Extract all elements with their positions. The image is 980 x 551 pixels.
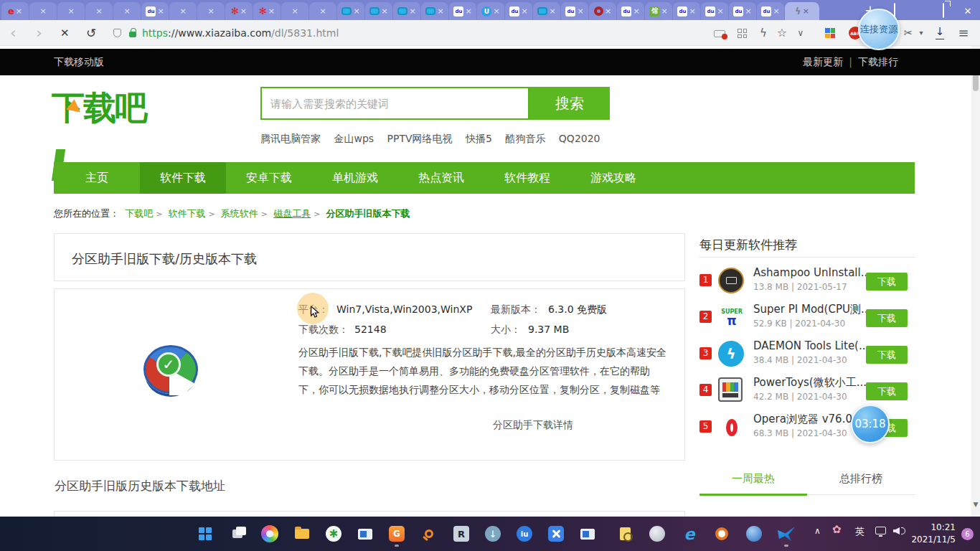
r-app-icon[interactable]: R	[451, 524, 471, 544]
tab-close-icon[interactable]: ×	[179, 7, 186, 15]
downloads-icon[interactable]: ↓	[935, 24, 945, 39]
browser-tab[interactable]: du×	[673, 2, 700, 20]
search-input[interactable]	[260, 87, 529, 120]
tab-close-icon[interactable]: ×	[353, 7, 359, 15]
scissors-icon[interactable]: ✂	[903, 20, 914, 46]
software-name[interactable]: PowerToys(微软小工...	[753, 376, 867, 390]
hot-word[interactable]: 金山wps	[334, 133, 374, 144]
tools-app-icon[interactable]	[546, 524, 566, 544]
browser-tab[interactable]: ×	[533, 2, 560, 20]
back-button[interactable]: ‹	[10, 20, 17, 46]
software-name[interactable]: Ashampoo UnInstall...	[753, 266, 871, 279]
tab-close-icon[interactable]: ×	[661, 7, 667, 15]
caret-down-icon[interactable]: ▾	[917, 20, 925, 46]
hot-word[interactable]: 腾讯电脑管家	[260, 133, 321, 144]
tab-close-icon[interactable]: ×	[745, 7, 751, 15]
close-button[interactable]: ✕	[956, 4, 980, 17]
nav-item-news[interactable]: 热点资讯	[398, 162, 484, 194]
tab-close-icon[interactable]: ×	[521, 7, 527, 15]
hot-word[interactable]: PPTV网络电视	[387, 133, 453, 144]
browser-tab[interactable]: ϟ×	[785, 2, 819, 20]
software-name[interactable]: DAEMON Tools Lite(...	[753, 339, 869, 352]
tab-close-icon[interactable]: ×	[123, 7, 130, 15]
tab-close-icon[interactable]: ×	[633, 7, 639, 15]
download-rank-link[interactable]: 下载排行	[858, 56, 898, 67]
notification-badge[interactable]: 6	[961, 528, 974, 540]
tab-close-icon[interactable]: ×	[381, 7, 387, 15]
hot-word[interactable]: 快播5	[466, 133, 492, 144]
tab-week-hot[interactable]: 一周最热	[699, 472, 807, 486]
password-key-icon[interactable]	[714, 30, 725, 37]
restore-button[interactable]	[931, 4, 956, 17]
tab-close-icon[interactable]: ×	[95, 7, 102, 15]
quick-access-lightning-icon[interactable]: ϟ	[758, 20, 769, 46]
search-app-icon[interactable]	[419, 524, 439, 544]
tab-close-icon[interactable]: ×	[605, 7, 611, 15]
tab-close-icon[interactable]: ×	[717, 7, 723, 15]
globe-app-icon[interactable]	[647, 524, 667, 544]
tab-close-icon[interactable]: ×	[319, 7, 326, 15]
network-display-icon[interactable]	[875, 527, 886, 534]
ime-indicator[interactable]: 英	[855, 525, 864, 538]
bird-app-icon[interactable]	[776, 524, 796, 544]
browser-tab[interactable]: du×	[617, 2, 644, 20]
connect-resources-bubble[interactable]: 连接资源	[858, 9, 900, 50]
browser-tab[interactable]: du×	[449, 2, 476, 20]
timer-bubble[interactable]: 03:18	[851, 405, 890, 443]
globe-blue-app-icon[interactable]	[744, 524, 764, 544]
nav-item-strategy[interactable]: 游戏攻略	[570, 162, 656, 194]
tab-close-icon[interactable]: ×	[268, 7, 275, 15]
tab-close-icon[interactable]: ×	[207, 7, 214, 15]
breadcrumb-link[interactable]: 磁盘工具	[273, 208, 311, 219]
mobile-version-link[interactable]: 下载移动版	[54, 56, 104, 69]
browser-tab[interactable]: du×	[701, 2, 728, 20]
browser-tab[interactable]: ×	[57, 2, 85, 20]
window-app-icon-2[interactable]	[578, 524, 598, 544]
nav-item-android[interactable]: 安卓下载	[226, 162, 312, 194]
browser-tab[interactable]: du×	[141, 2, 169, 20]
start-button[interactable]	[195, 524, 215, 544]
browser-tab[interactable]: ×	[169, 2, 197, 20]
browser-tab[interactable]: ×	[29, 2, 57, 20]
g-app-icon[interactable]: G	[387, 524, 407, 544]
hot-word[interactable]: QQ2020	[559, 133, 600, 144]
download-button[interactable]: 下载	[866, 309, 908, 327]
recommend-item[interactable]: 4 PowerToys(微软小工... 42.2 MB | 2021-04-30…	[699, 375, 915, 408]
qr-code-icon[interactable]	[738, 29, 747, 38]
browser-tab[interactable]: du×	[505, 2, 532, 20]
tab-close-icon[interactable]: ×	[689, 7, 695, 15]
nav-item-games[interactable]: 单机游戏	[312, 162, 398, 194]
internet-explorer-icon[interactable]: e	[679, 524, 699, 544]
browser-tab[interactable]: ×	[113, 2, 141, 20]
tab-close-icon[interactable]: ×	[67, 7, 74, 15]
browser-tab[interactable]: du×	[729, 2, 756, 20]
browser-tab[interactable]: ×	[309, 2, 336, 20]
file-explorer-icon[interactable]	[292, 524, 312, 544]
shield-icon[interactable]	[113, 29, 121, 37]
tab-close-icon[interactable]: ×	[549, 7, 555, 15]
downloader-app-icon[interactable]: ↓	[483, 524, 503, 544]
browser-tab[interactable]: U×	[477, 2, 504, 20]
tray-flower-icon[interactable]: ✿	[832, 523, 842, 536]
nav-item-tutorials[interactable]: 软件教程	[484, 162, 570, 194]
latest-updates-link[interactable]: 最新更新	[803, 56, 843, 67]
browser-tab[interactable]: e×	[1, 2, 29, 20]
iu-app-icon[interactable]: iu	[514, 524, 534, 544]
window-app-icon[interactable]	[355, 524, 375, 544]
download-button[interactable]: 下载	[866, 382, 908, 400]
tab-close-icon[interactable]: ×	[291, 7, 298, 15]
search-button[interactable]: 搜索	[529, 87, 610, 120]
volume-icon[interactable]	[893, 527, 906, 535]
recommend-item[interactable]: 2 SUPERπ Super PI Mod(CPU测... 52.9 KB | …	[699, 302, 915, 335]
browser-tab[interactable]: 馆×	[645, 2, 672, 20]
tab-close-icon[interactable]: ×	[493, 7, 499, 15]
site-logo[interactable]: 下载吧	[52, 86, 146, 131]
chevron-down-icon[interactable]: ∨	[795, 20, 806, 46]
address-url[interactable]: https://www.xiazaiba.com/dl/5831.html	[142, 20, 339, 46]
browser-tab[interactable]: ×	[85, 2, 113, 20]
browser-tab[interactable]: ×	[393, 2, 420, 20]
tab-close-icon[interactable]: ×	[409, 7, 415, 15]
tray-clock[interactable]: 10:21 2021/11/5	[911, 522, 956, 546]
tab-total-rank[interactable]: 总排行榜	[807, 472, 915, 486]
browser-tab[interactable]: du×	[757, 2, 784, 20]
